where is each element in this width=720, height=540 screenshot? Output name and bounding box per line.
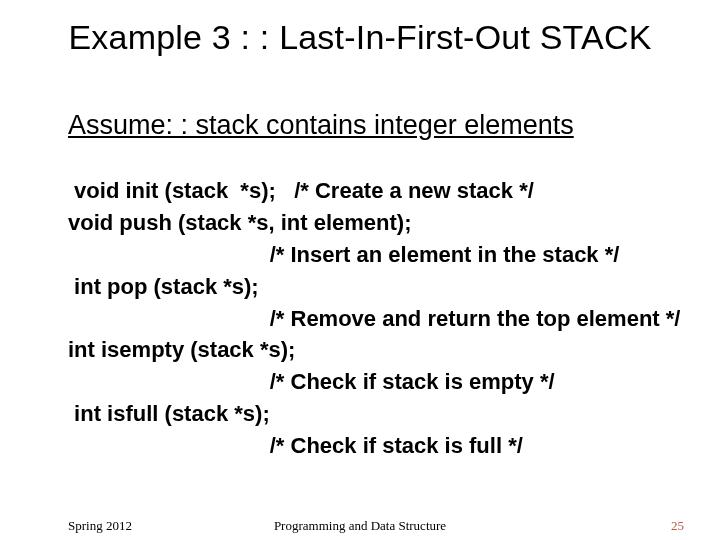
slide-title: Example 3 : : Last-In-First-Out STACK — [0, 18, 720, 57]
code-line: int pop (stack *s); — [68, 271, 680, 303]
code-line: /* Insert an element in the stack */ — [68, 239, 680, 271]
footer-page-number: 25 — [671, 518, 684, 534]
code-line: /* Remove and return the top element */ — [68, 303, 680, 335]
code-line: void init (stack *s); /* Create a new st… — [68, 175, 680, 207]
code-block: void init (stack *s); /* Create a new st… — [68, 175, 680, 462]
footer-course: Programming and Data Structure — [0, 518, 720, 534]
code-line: int isfull (stack *s); — [68, 398, 680, 430]
code-line: int isempty (stack *s); — [68, 334, 680, 366]
code-line: /* Check if stack is empty */ — [68, 366, 680, 398]
assumption-line: Assume: : stack contains integer element… — [68, 110, 574, 141]
slide: Example 3 : : Last-In-First-Out STACK As… — [0, 0, 720, 540]
code-line: /* Check if stack is full */ — [68, 430, 680, 462]
code-line: void push (stack *s, int element); — [68, 207, 680, 239]
